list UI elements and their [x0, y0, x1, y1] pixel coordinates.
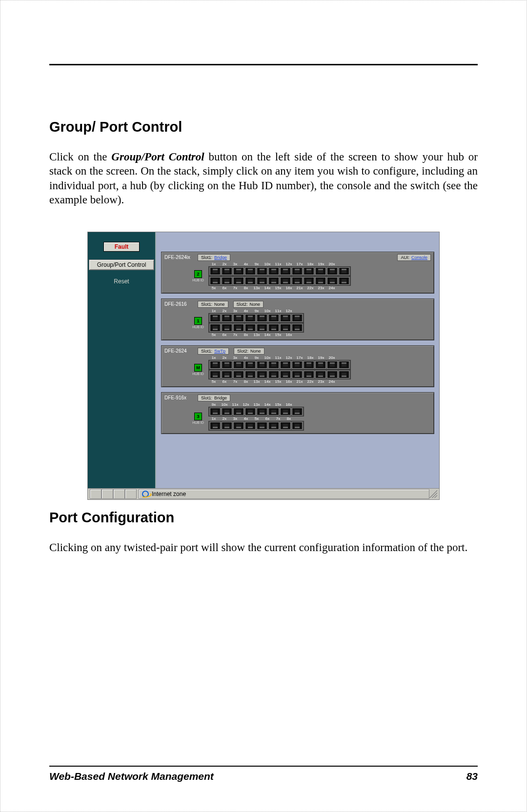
port-jack[interactable] — [327, 371, 338, 378]
port-jack[interactable] — [257, 361, 267, 369]
port-jack[interactable] — [268, 314, 279, 322]
port-jack[interactable] — [222, 314, 232, 322]
hub-id-button[interactable]: 3 — [194, 413, 202, 420]
port-jack[interactable] — [233, 277, 244, 285]
group-port-control-button[interactable]: Group/Port Control — [89, 259, 154, 270]
port-jack[interactable] — [245, 314, 256, 322]
port-jack[interactable] — [257, 371, 267, 378]
port-jack[interactable] — [268, 408, 279, 416]
port-jack[interactable] — [233, 371, 244, 378]
port-jack[interactable] — [257, 422, 267, 430]
port-jack[interactable] — [233, 324, 244, 332]
port-jack[interactable] — [245, 361, 256, 369]
port-jack[interactable] — [233, 267, 244, 275]
port-jack[interactable] — [280, 371, 291, 378]
port-jack[interactable] — [268, 422, 279, 430]
port-jack[interactable] — [245, 422, 256, 430]
port-jack[interactable] — [245, 371, 256, 378]
port-jack[interactable] — [268, 371, 279, 378]
slot-chip[interactable]: Slot1: Bridge — [198, 254, 230, 261]
port-jack[interactable] — [292, 324, 303, 332]
port-jack[interactable] — [268, 267, 279, 275]
port-jack[interactable] — [210, 422, 221, 430]
hub-id-button[interactable]: 1 — [194, 317, 202, 325]
port-jack[interactable] — [339, 361, 349, 369]
port-jack[interactable] — [222, 361, 232, 369]
port-jack[interactable] — [210, 277, 221, 285]
port-jack[interactable] — [292, 277, 303, 285]
port-jack[interactable] — [315, 277, 326, 285]
port-jack[interactable] — [339, 267, 349, 275]
port-jack[interactable] — [280, 408, 291, 416]
port-jack[interactable] — [292, 361, 303, 369]
port-jack[interactable] — [257, 408, 267, 416]
slot-chip[interactable]: Slot1: SwTp — [198, 348, 229, 355]
slot-value[interactable]: SwTp — [214, 349, 225, 354]
port-jack[interactable] — [222, 408, 232, 416]
port-jack[interactable] — [245, 267, 256, 275]
port-jack[interactable] — [315, 361, 326, 369]
port-jack[interactable] — [327, 277, 338, 285]
port-jack[interactable] — [280, 422, 291, 430]
port-jack[interactable] — [233, 422, 244, 430]
aui-label: AUI: — [401, 255, 409, 260]
port-jack[interactable] — [210, 324, 221, 332]
port-number-label: 16x — [284, 402, 294, 407]
hub-id-button[interactable]: 2 — [194, 270, 202, 278]
reset-button[interactable]: Reset — [114, 278, 129, 285]
port-jack[interactable] — [304, 361, 314, 369]
port-jack[interactable] — [257, 314, 267, 322]
hub-id-button[interactable]: M — [194, 364, 202, 372]
port-jack[interactable] — [222, 277, 232, 285]
port-jack[interactable] — [280, 361, 291, 369]
aui-chip[interactable]: AUI: Console — [397, 254, 431, 261]
port-number-label: 2x — [219, 309, 230, 313]
port-row — [208, 266, 351, 276]
port-jack[interactable] — [210, 314, 221, 322]
port-jack[interactable] — [280, 324, 291, 332]
port-jack[interactable] — [304, 371, 314, 378]
port-jack[interactable] — [280, 267, 291, 275]
port-jack[interactable] — [339, 277, 349, 285]
port-jack[interactable] — [210, 267, 221, 275]
port-jack[interactable] — [315, 267, 326, 275]
port-jack[interactable] — [210, 371, 221, 378]
hub-id-tag: 2HUB ID — [192, 270, 204, 282]
port-jack[interactable] — [222, 267, 232, 275]
port-jack[interactable] — [292, 267, 303, 275]
port-jack[interactable] — [222, 371, 232, 378]
port-jack[interactable] — [233, 408, 244, 416]
port-number-label: 8x — [241, 379, 251, 384]
port-jack[interactable] — [280, 277, 291, 285]
port-jack[interactable] — [280, 314, 291, 322]
port-jack[interactable] — [233, 361, 244, 369]
port-jack[interactable] — [268, 324, 279, 332]
port-jack[interactable] — [245, 324, 256, 332]
port-jack[interactable] — [304, 267, 314, 275]
port-row — [208, 370, 351, 379]
port-jack[interactable] — [257, 324, 267, 332]
port-jack[interactable] — [257, 267, 267, 275]
port-jack[interactable] — [304, 277, 314, 285]
port-jack[interactable] — [292, 408, 303, 416]
port-jack[interactable] — [245, 408, 256, 416]
aui-value[interactable]: Console — [411, 255, 427, 260]
port-jack[interactable] — [268, 361, 279, 369]
port-jack[interactable] — [339, 371, 349, 378]
port-jack[interactable] — [222, 324, 232, 332]
port-jack[interactable] — [222, 422, 232, 430]
port-jack[interactable] — [268, 277, 279, 285]
port-jack[interactable] — [233, 314, 244, 322]
port-jack[interactable] — [315, 371, 326, 378]
port-jack[interactable] — [210, 361, 221, 369]
port-jack[interactable] — [292, 422, 303, 430]
port-jack[interactable] — [257, 277, 267, 285]
port-number-label: 11x — [273, 309, 284, 313]
port-jack[interactable] — [245, 277, 256, 285]
slot-value[interactable]: Bridge — [214, 255, 227, 260]
port-jack[interactable] — [292, 314, 303, 322]
port-jack[interactable] — [210, 408, 221, 416]
port-jack[interactable] — [327, 267, 338, 275]
port-jack[interactable] — [327, 361, 338, 369]
port-jack[interactable] — [292, 371, 303, 378]
